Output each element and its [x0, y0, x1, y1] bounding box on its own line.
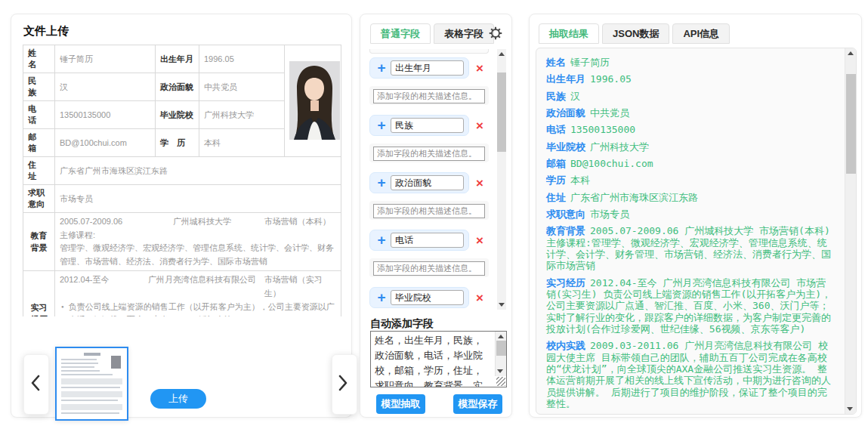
internship-row: 实习经历 2012.04-至今 广州月亮湾信息科技有限公司 市场营销（实习生） …	[23, 271, 341, 316]
result-entry: 毕业院校广州科技大学	[546, 141, 832, 153]
add-field-icon[interactable]: +	[374, 230, 389, 250]
tab-extract-result[interactable]: 抽取结果	[539, 23, 599, 44]
delete-field-icon[interactable]: ×	[476, 119, 483, 132]
field-item: +	[369, 115, 469, 136]
field-desc-wrap	[369, 258, 489, 277]
scroll-up-icon[interactable]	[498, 335, 504, 338]
result-entry: 电话13500135000	[546, 124, 832, 135]
tab-json-data[interactable]: JSON数据	[602, 23, 669, 44]
field-label: 邮 箱	[23, 129, 55, 157]
field-desc-input[interactable]	[373, 204, 485, 218]
scroll-up-icon[interactable]	[848, 51, 854, 55]
result-entry: 姓名锤子简历	[546, 57, 832, 68]
field-name-input[interactable]	[391, 118, 464, 133]
field-value: 汉	[55, 73, 156, 101]
field-item: +	[369, 57, 469, 79]
field-name-input[interactable]	[391, 290, 464, 305]
table-row: 住 址 广东省广州市海珠区滨江东路	[23, 157, 341, 185]
tab-table-fields[interactable]: 表格字段	[434, 23, 494, 44]
model-extract-button[interactable]: 模型抽取	[376, 394, 425, 414]
internship-header: 2012.04-至今 广州月亮湾信息科技有限公司 市场营销（实习生）	[60, 273, 336, 300]
settings-gear-icon[interactable]	[489, 26, 502, 40]
field-value: 1996.05	[199, 45, 285, 73]
textarea-scrollbar[interactable]	[495, 332, 506, 376]
field-name-input[interactable]	[391, 175, 464, 190]
field-list-scrollbar[interactable]	[497, 49, 506, 310]
field-value: 本科	[199, 129, 285, 157]
resize-grip[interactable]	[496, 377, 505, 386]
field-name-input[interactable]	[391, 233, 464, 248]
field-item: +	[369, 287, 469, 308]
field-desc-wrap	[369, 201, 489, 220]
education-period: 2005.07-2009.06	[60, 215, 140, 229]
delete-field-icon[interactable]: ×	[476, 177, 483, 190]
internship-role: 市场营销（实习生）	[264, 273, 336, 300]
thumbnail-photo	[111, 356, 121, 369]
field-row: + ×	[369, 57, 492, 79]
add-field-icon[interactable]: +	[374, 58, 389, 78]
result-entry: 求职意向市场专员	[546, 208, 832, 220]
scrollbar-thumb[interactable]	[496, 341, 506, 356]
resume-table: 姓 名 锤子简历 出生年月 1996.05	[23, 45, 341, 316]
resume-extraction-app: 文件上传 姓 名 锤子简历 出生年月 1996.05	[0, 0, 868, 429]
scroll-down-icon[interactable]	[847, 407, 853, 411]
resume-preview: 姓 名 锤子简历 出生年月 1996.05	[23, 45, 343, 316]
tab-normal-fields[interactable]: 普通字段	[370, 23, 431, 44]
scroll-up-icon[interactable]	[499, 52, 505, 56]
education-major: 市场营销（本科）	[264, 215, 336, 229]
resume-thumbnail[interactable]	[55, 347, 128, 421]
scroll-down-icon[interactable]	[499, 303, 505, 307]
delete-field-icon[interactable]: ×	[476, 62, 483, 75]
clipped-field-desc	[369, 49, 489, 54]
field-item: +	[369, 230, 469, 251]
field-list: + × + × +	[369, 49, 492, 310]
result-tabs: 抽取结果 JSON数据 API信息	[539, 23, 730, 44]
portrait-photo	[289, 61, 340, 140]
education-header: 2005.07-2009.06 广州城科技大学 市场营销（本科）	[60, 215, 336, 229]
field-value: BD@100chui.com	[55, 129, 156, 157]
field-value: 锤子简历	[55, 45, 156, 73]
field-row: + ×	[369, 287, 492, 308]
result-scrollbar[interactable]	[845, 48, 856, 414]
add-field-icon[interactable]: +	[374, 173, 389, 193]
scroll-down-icon[interactable]	[497, 369, 503, 373]
scrollbar-thumb[interactable]	[497, 73, 506, 152]
carousel-prev-icon[interactable]	[30, 375, 42, 391]
delete-field-icon[interactable]: ×	[476, 234, 483, 247]
model-save-button[interactable]: 模型保存	[453, 394, 502, 414]
field-desc-input[interactable]	[373, 89, 485, 103]
auto-fields-textarea[interactable]: 姓名，出生年月，民族，政治面貌，电话，毕业院校，邮箱，学历，住址，求职意向，教育…	[371, 332, 490, 387]
result-panel: 抽取结果 JSON数据 API信息 姓名锤子简历 出生年月1996.05 民族汉…	[529, 14, 862, 418]
internship-company: 广州月亮湾信息科技有限公司	[140, 273, 264, 300]
field-row: + ×	[369, 115, 492, 136]
result-entry: 邮箱BD@100chui.com	[546, 158, 832, 169]
thumbnail-title-line	[84, 353, 100, 356]
field-desc-input[interactable]	[373, 147, 485, 161]
result-box: 姓名锤子简历 出生年月1996.05 民族汉 政治面貌中共党员 电话135001…	[536, 48, 857, 415]
field-desc-wrap	[369, 144, 489, 162]
field-name-input[interactable]	[391, 60, 464, 76]
tab-api-info[interactable]: API信息	[672, 23, 730, 44]
education-content: 2005.07-2009.06 广州城科技大学 市场营销（本科） 主修课程: 管…	[55, 213, 341, 271]
delete-field-icon[interactable]: ×	[476, 292, 483, 304]
add-field-icon[interactable]: +	[374, 288, 389, 307]
field-desc-wrap	[369, 86, 489, 105]
upload-button[interactable]: 上传	[150, 389, 206, 409]
internship-content: 2012.04-至今 广州月亮湾信息科技有限公司 市场营销（实习生） 负责公司线…	[55, 271, 341, 316]
field-label: 毕业院校	[156, 101, 199, 129]
section-label: 教育背景	[23, 213, 55, 271]
field-label: 电 话	[23, 101, 55, 129]
scrollbar-thumb[interactable]	[846, 74, 856, 174]
field-label: 住 址	[23, 157, 55, 185]
carousel-next-icon[interactable]	[338, 375, 350, 391]
result-entry: 政治面貌中共党员	[546, 107, 832, 119]
field-label: 学 历	[156, 129, 199, 157]
add-field-icon[interactable]: +	[374, 116, 389, 135]
field-value: 广州科技大学	[199, 101, 285, 129]
education-course-title: 主修课程:	[60, 229, 336, 242]
panel-title: 文件上传	[23, 24, 69, 39]
field-tabs: 普通字段 表格字段	[370, 23, 494, 44]
auto-fields-textarea-wrap: 姓名，出生年月，民族，政治面貌，电话，毕业院校，邮箱，学历，住址，求职意向，教育…	[370, 331, 507, 387]
field-row: + ×	[369, 172, 492, 193]
field-desc-input[interactable]	[373, 261, 485, 276]
